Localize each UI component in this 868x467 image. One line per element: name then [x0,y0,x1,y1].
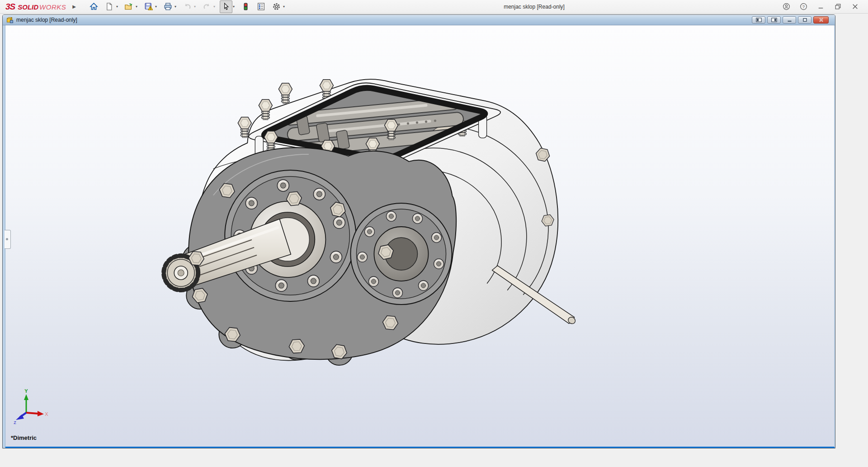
new-document-button[interactable] [103,0,116,13]
options-dropdown-caret[interactable]: ▾ [283,1,287,13]
minimize-icon [817,3,825,10]
select-dropdown-caret[interactable]: ▾ [232,1,236,13]
restore-button[interactable] [832,1,844,12]
close-icon [851,3,859,10]
undo-button [181,0,193,13]
print-icon [164,2,172,11]
triad-y-label: Y [24,389,28,394]
doc-close-button[interactable] [813,16,829,24]
save-dropdown-caret[interactable]: ▾ [155,1,159,13]
print-dropdown-caret[interactable]: ▾ [174,1,178,13]
save-icon [144,2,153,11]
graphics-viewport[interactable]: Y X Z *Dimetric [5,25,835,448]
solidworks-logo: 3S SOLIDWORKS [5,2,66,12]
orientation-triad: Y X Z [10,389,52,425]
ds-logo-icon: 3S [5,2,15,12]
file-properties-icon [257,2,265,11]
undo-icon [183,2,192,11]
triad-z-label: Z [14,420,16,425]
home-icon [90,2,98,11]
doc-restore-button[interactable] [798,16,811,24]
doc-tile-left-icon [756,18,762,22]
close-button[interactable] [849,1,861,12]
doc-restore-icon [802,18,808,22]
redo-button [200,0,213,13]
help-button[interactable]: ? [797,1,809,12]
doc-minimize-button[interactable] [783,16,796,24]
rebuild-icon [241,2,250,11]
select-button[interactable] [220,0,232,13]
open-dropdown-caret[interactable]: ▾ [135,1,139,13]
select-icon [222,2,231,11]
user-account-button[interactable] [780,1,792,12]
undo-dropdown-caret: ▾ [193,1,198,13]
rebuild-button[interactable] [239,0,252,13]
home-button[interactable] [88,0,100,13]
open-button[interactable] [123,0,135,13]
save-button[interactable] [142,0,155,13]
app-titlebar: 3S SOLIDWORKS ▶ ▾▾▾▾▾▾▾▾ menjac sklop [R… [0,0,868,14]
document-titlebar[interactable]: menjac sklop [Read-only] [3,15,835,25]
output-bearing-flange[interactable] [350,203,452,305]
doc-close-icon [818,18,824,22]
triad-x-label: X [45,411,48,417]
feature-manager-expand-tab[interactable] [5,230,11,249]
app-title: menjac sklop [Read-only] [288,4,780,10]
doc-tile-right-icon [771,18,777,22]
doc-tile-right-button[interactable] [767,16,781,24]
minimize-button[interactable] [815,1,826,12]
view-orientation-label: *Dimetric [11,434,37,441]
splitter-handle-icon [6,238,8,240]
user-account-icon [783,3,790,10]
document-window-controls [752,16,829,24]
doc-tile-left-button[interactable] [752,16,765,24]
open-icon [124,2,133,11]
options-icon [272,2,281,11]
help-icon: ? [800,3,807,10]
gearbox-geometry[interactable] [164,79,576,365]
document-content: Y X Z *Dimetric [3,25,835,448]
restore-icon [834,3,842,10]
menu-expand-chevron-icon[interactable]: ▶ [72,4,76,9]
new-document-icon [105,2,113,11]
assembly-document-icon [6,16,14,24]
main-toolbar: ▾▾▾▾▾▾▾▾ [88,0,288,13]
print-button[interactable] [161,0,174,13]
options-button[interactable] [270,0,283,13]
document-title: menjac sklop [Read-only] [16,17,752,23]
doc-minimize-icon [787,18,793,22]
redo-icon [203,2,211,11]
file-properties-button[interactable] [255,0,267,13]
document-window: menjac sklop [Read-only] [2,14,835,448]
new-document-dropdown-caret[interactable]: ▾ [116,1,120,13]
svg-text:?: ? [802,4,804,9]
gearbox-3d-model[interactable] [5,25,834,447]
window-controls: ? [780,1,861,12]
redo-dropdown-caret: ▾ [213,1,217,13]
